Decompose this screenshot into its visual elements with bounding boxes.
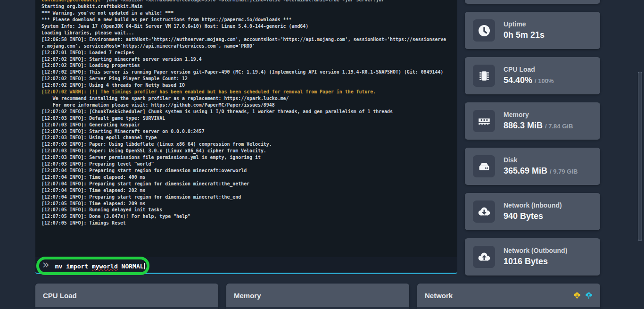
- scrollbar-thumb[interactable]: [638, 72, 642, 241]
- stat-card-disk: Disk 365.69 MiB/ 9.79 GiB: [465, 148, 600, 185]
- console-line: [12:07:03 INFO]: Default game type: SURV…: [41, 115, 457, 122]
- console-line: Starting org.bukkit.craftbukkit.Main: [41, 3, 457, 10]
- stat-value: 0h 5m 21s: [504, 29, 596, 41]
- stat-limit: / 7.84 GiB: [545, 123, 573, 130]
- console-line: [12:07:03 INFO]: Using epoll channel typ…: [41, 134, 457, 141]
- console-line: [12:07:02 INFO]: This server is running …: [41, 69, 457, 75]
- console-line: [12:07:02 INFO]: Using 4 threads for Net…: [41, 82, 457, 89]
- stat-label: Memory: [504, 110, 596, 119]
- chart-card-cpu: CPU Load: [35, 284, 218, 309]
- stat-value: 54.40%/ 100%: [504, 75, 596, 87]
- cloud-upload-icon: [473, 246, 495, 268]
- chart-header: Memory: [226, 284, 409, 307]
- console-line: [12:07:04 INFO]: Preparing start region …: [41, 194, 457, 200]
- chart-header: Network: [417, 284, 600, 307]
- cloud-arrow-up-icon: [585, 292, 593, 300]
- stat-card-uptime: Uptime 0h 5m 21s: [465, 12, 600, 49]
- stat-value-number: 54.40%: [504, 75, 532, 85]
- chart-title: Memory: [234, 292, 261, 300]
- console-line: [12:07:02 INFO]: Server Ping Player Samp…: [41, 75, 457, 82]
- stat-limit: / 9.79 GiB: [550, 168, 578, 175]
- stat-label: Network (Inbound): [504, 201, 596, 209]
- console-line: [12:07:05 INFO]: Timings Reset: [41, 220, 457, 226]
- chart-card-network: Network: [417, 284, 600, 309]
- command-input[interactable]: mv import myworld NORMAL: [55, 263, 145, 270]
- stat-card-content: Memory 886.3 MiB/ 7.84 GiB: [504, 102, 596, 140]
- chart-header: CPU Load: [35, 284, 218, 307]
- stat-card-content: Disk 365.69 MiB/ 9.79 GiB: [504, 148, 596, 185]
- chart-title: Network: [425, 292, 453, 300]
- clock-icon: [473, 19, 495, 42]
- network-legend-icons: [573, 292, 593, 300]
- console-line: [12:07:05 INFO]: Running delayed init ta…: [41, 207, 457, 213]
- console-line: System Info: Java 17 (OpenJDK 64-Bit Ser…: [41, 23, 457, 30]
- console-line: *** Please download a new build as per i…: [41, 17, 457, 23]
- chevrons-right-icon: »: [42, 259, 50, 270]
- console-line: [12:07:04 INFO]: Time elapsed: 202 ms: [41, 187, 457, 194]
- console-line: r.mojang.com', servicesHost='https://api…: [41, 43, 457, 50]
- console-line: Loading libraries, please wait...: [41, 30, 457, 36]
- console-line: [12:07:03 INFO]: Server permissions file…: [41, 154, 457, 161]
- console-line: [12:07:03 INFO]: Paper: Using OpenSSL 3.…: [41, 148, 457, 154]
- console-output: container@pterodactyl~ java -Xms128M -XX…: [41, 0, 457, 226]
- console-line: For more information please visit: https…: [41, 102, 457, 109]
- stat-card-network-inbound: Network (Inbound) 940 Bytes: [465, 193, 600, 230]
- console-line: [12:07:04 INFO]: Preparing start region …: [41, 181, 457, 187]
- console-line: *** Warning, you've not updated in a whi…: [41, 10, 457, 17]
- console-line: [12:07:05 INFO]: Time elapsed: 209 ms: [41, 200, 457, 207]
- console-line: [12:06:58 INFO]: Environment: authHost='…: [41, 36, 457, 43]
- misspelled-word: myworld: [92, 263, 118, 270]
- stat-card-partial: [465, 0, 600, 4]
- stat-label: Disk: [504, 156, 596, 164]
- console-line: [12:07:03 INFO]: Starting Minecraft serv…: [41, 128, 457, 135]
- stat-value: 1016 Bytes: [504, 256, 596, 267]
- chart-title: CPU Load: [43, 292, 77, 300]
- stat-card-content: CPU Load 54.40%/ 100%: [504, 57, 596, 94]
- startup-command: java -Xms128M -XX:MaxRAMPercentage=95.0 …: [106, 0, 384, 3]
- stat-limit: / 100%: [535, 77, 553, 84]
- memory-icon: [473, 110, 495, 132]
- stat-value-number: 365.69 MiB: [504, 166, 547, 175]
- stat-label: CPU Load: [504, 65, 596, 74]
- chart-card-memory: Memory: [226, 284, 409, 309]
- console-line: [12:07:02 INFO]: [ChunkTaskScheduler] Ch…: [41, 109, 457, 115]
- console-line: [12:07:04 INFO]: Preparing start region …: [41, 167, 457, 174]
- container-prompt: container@pterodactyl~: [41, 0, 106, 3]
- console-line: [12:07:02 INFO]: Starting minecraft serv…: [41, 56, 457, 63]
- hard-drive-icon: [473, 155, 495, 177]
- console-log[interactable]: container@pterodactyl~ java -Xms128M -XX…: [35, 0, 457, 257]
- stat-card-cpu: CPU Load 54.40%/ 100%: [465, 57, 600, 94]
- console-line-exec: container@pterodactyl~ java -Xms128M -XX…: [41, 0, 457, 3]
- cloud-download-icon: [473, 200, 495, 223]
- stat-card-content: Uptime 0h 5m 21s: [504, 12, 596, 49]
- server-console-page: { "console": { "exec_line": { "prefix": …: [0, 0, 644, 309]
- stat-label: Uptime: [504, 20, 596, 28]
- console-line: [12:07:03 INFO]: Preparing level "world": [41, 161, 457, 167]
- microchip-icon: [473, 65, 495, 87]
- console-line: [12:07:02 INFO]: Loading properties: [41, 62, 457, 69]
- command-text-segment: mv import: [55, 263, 92, 270]
- stat-card-content: Network (Inbound) 940 Bytes: [504, 193, 596, 230]
- console-line: [12:07:05 INFO]: Done (3.047s)! For help…: [41, 213, 457, 220]
- console-line: [12:07:01 INFO]: Loaded 7 recipes: [41, 50, 457, 56]
- console-line: [12:07:04 INFO]: Time elapsed: 400 ms: [41, 174, 457, 181]
- command-row: » mv import myworld NORMAL: [35, 257, 457, 274]
- console-line: [12:07:03 INFO]: Paper: Using libdeflate…: [41, 141, 457, 148]
- stat-label: Network (Outbound): [504, 246, 596, 255]
- console-terminal: container@pterodactyl~ java -Xms128M -XX…: [35, 0, 457, 274]
- text-caret: [144, 263, 145, 269]
- stat-value: 365.69 MiB/ 9.79 GiB: [504, 165, 596, 177]
- console-line: We recommend installing the spark profil…: [41, 95, 457, 102]
- stat-value: 940 Bytes: [504, 210, 596, 222]
- stat-card-memory: Memory 886.3 MiB/ 7.84 GiB: [465, 102, 600, 140]
- stat-value-number: 886.3 MiB: [504, 121, 543, 130]
- stat-card-content: Network (Outbound) 1016 Bytes: [504, 238, 596, 276]
- console-line: [12:07:02 WARN]: [!] The timings profile…: [41, 89, 457, 95]
- stat-card-network-outbound: Network (Outbound) 1016 Bytes: [465, 238, 600, 276]
- console-line: [12:07:03 INFO]: Generating keypair: [41, 122, 457, 128]
- command-text-segment: NORMAL: [118, 263, 144, 270]
- stat-value: 886.3 MiB/ 7.84 GiB: [504, 120, 596, 132]
- cloud-arrow-down-icon: [573, 292, 581, 300]
